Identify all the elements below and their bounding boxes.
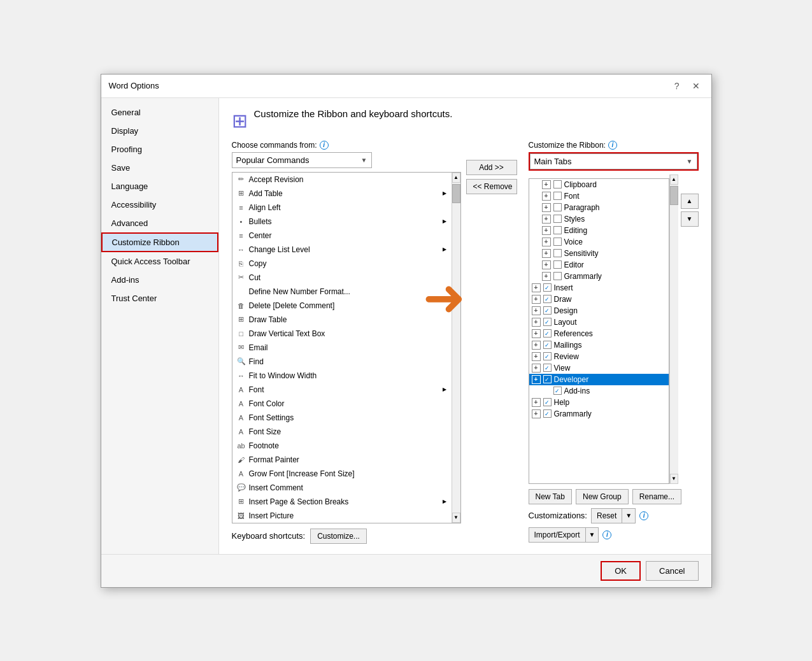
command-item[interactable]: abFootnote: [232, 439, 452, 453]
tree-checkbox[interactable]: ✓: [543, 409, 552, 418]
command-item[interactable]: ⊞Insert Page & Section Breaks: [232, 495, 452, 509]
command-item[interactable]: 🖼Insert Picture: [232, 509, 452, 523]
tree-checkbox[interactable]: ✓: [543, 341, 552, 349]
command-item[interactable]: AFont: [232, 383, 452, 397]
customizations-info-icon[interactable]: i: [639, 511, 648, 520]
rename-button[interactable]: Rename...: [632, 489, 681, 504]
ribbon-scroll-down[interactable]: ▼: [670, 474, 678, 484]
tree-checkbox[interactable]: ✓: [553, 387, 562, 395]
tree-checkbox[interactable]: [553, 226, 562, 234]
ribbon-tree-item[interactable]: +Clipboard: [529, 179, 669, 190]
command-item[interactable]: ↔Change List Level: [232, 243, 452, 257]
sidebar-item-save[interactable]: Save: [101, 159, 218, 177]
command-item[interactable]: 🔍Find: [232, 355, 452, 369]
close-button[interactable]: ✕: [688, 80, 704, 92]
command-item[interactable]: ↔Fit to Window Width: [232, 369, 452, 383]
remove-button[interactable]: << Remove: [466, 179, 517, 194]
ribbon-tree-item[interactable]: +✓Mailings: [529, 339, 669, 351]
command-item[interactable]: ⎘Copy: [232, 257, 452, 271]
command-item[interactable]: ≡Center: [232, 229, 452, 243]
ribbon-tree-item[interactable]: +Paragraph: [529, 202, 669, 213]
sidebar-item-add-ins[interactable]: Add-ins: [101, 271, 218, 289]
tree-checkbox[interactable]: ✓: [543, 318, 552, 326]
commands-scrollbar[interactable]: ▲ ▼: [452, 173, 460, 523]
command-item[interactable]: ✏Accept Revision: [232, 173, 452, 187]
ribbon-scroll-up[interactable]: ▲: [670, 174, 678, 185]
sidebar-item-proofing[interactable]: Proofing: [101, 140, 218, 159]
ribbon-tree-item[interactable]: +✓Draw: [529, 294, 669, 305]
ribbon-tree-item[interactable]: +✓References: [529, 328, 669, 339]
sidebar-item-trust-center[interactable]: Trust Center: [101, 289, 218, 308]
command-item[interactable]: AFont Settings: [232, 411, 452, 425]
add-button[interactable]: Add >>: [466, 160, 517, 175]
help-button[interactable]: ?: [671, 80, 683, 92]
command-item[interactable]: ⊞Draw Table: [232, 313, 452, 327]
command-item[interactable]: AFont Color: [232, 397, 452, 411]
command-item[interactable]: ≡Align Left: [232, 201, 452, 215]
commands-listbox[interactable]: ✏Accept Revision⊞Add Table≡Align Left•Bu…: [232, 172, 461, 523]
scroll-down-btn[interactable]: ▼: [452, 513, 460, 523]
tree-checkbox[interactable]: ✓: [543, 283, 552, 292]
commands-info-icon[interactable]: i: [320, 141, 329, 150]
command-item[interactable]: 💬Insert Comment: [232, 481, 452, 495]
ribbon-tree-item[interactable]: +Grammarly: [529, 271, 669, 282]
tree-checkbox[interactable]: ✓: [543, 295, 552, 303]
tree-checkbox[interactable]: [553, 260, 562, 269]
ribbon-tree-item[interactable]: +Styles: [529, 213, 669, 225]
ribbon-tree-item[interactable]: +Sensitivity: [529, 248, 669, 259]
tree-checkbox[interactable]: [553, 272, 562, 280]
commands-dropdown[interactable]: Popular Commands ▼: [232, 152, 372, 168]
sidebar-item-accessibility[interactable]: Accessibility: [101, 195, 218, 214]
ribbon-info-icon[interactable]: i: [608, 141, 617, 150]
sidebar-item-customize-ribbon[interactable]: Customize Ribbon: [101, 232, 218, 252]
sidebar-item-display[interactable]: Display: [101, 122, 218, 140]
ribbon-tree-item[interactable]: +Editing: [529, 225, 669, 236]
ribbon-tree-item[interactable]: +✓Developer: [529, 374, 669, 385]
sidebar-item-quick-access-toolbar[interactable]: Quick Access Toolbar: [101, 252, 218, 271]
ribbon-tree-item[interactable]: +✓View: [529, 362, 669, 374]
ribbon-tree[interactable]: +Clipboard+Font+Paragraph+Styles+Editing…: [529, 178, 669, 484]
ribbon-dropdown[interactable]: Main Tabs ▼: [530, 153, 697, 169]
command-item[interactable]: •Bullets: [232, 215, 452, 229]
scroll-thumb[interactable]: [452, 184, 460, 203]
ribbon-tree-item[interactable]: +Voice: [529, 236, 669, 248]
command-item[interactable]: ⊞Add Table: [232, 187, 452, 201]
ribbon-tree-item[interactable]: +✓Insert: [529, 282, 669, 294]
move-up-button[interactable]: ▲: [681, 194, 699, 209]
customize-keyboard-button[interactable]: Customize...: [310, 529, 367, 544]
ribbon-scrollbar[interactable]: ▲ ▼: [669, 174, 678, 484]
command-item[interactable]: □Draw Vertical Text Box: [232, 327, 452, 341]
ribbon-tree-item[interactable]: +✓Design: [529, 305, 669, 316]
move-down-button[interactable]: ▼: [681, 211, 699, 227]
tree-checkbox[interactable]: ✓: [543, 375, 552, 383]
import-export-info-icon[interactable]: i: [602, 530, 611, 539]
ribbon-tree-item[interactable]: +✓Grammarly: [529, 408, 669, 420]
cancel-button[interactable]: Cancel: [646, 561, 698, 581]
tree-checkbox[interactable]: [553, 192, 562, 200]
tree-checkbox[interactable]: [553, 180, 562, 188]
import-export-button[interactable]: Import/Export ▼: [529, 527, 599, 543]
command-item[interactable]: ✉Email: [232, 341, 452, 355]
scroll-up-btn[interactable]: ▲: [452, 173, 460, 183]
ribbon-tree-item[interactable]: +✓Help: [529, 397, 669, 408]
ribbon-tree-item[interactable]: +Font: [529, 190, 669, 202]
command-item[interactable]: 🖌Format Painter: [232, 453, 452, 467]
tree-checkbox[interactable]: ✓: [543, 364, 552, 372]
ribbon-tree-item[interactable]: ✓Add-ins: [529, 385, 669, 397]
command-item[interactable]: AFont Size: [232, 425, 452, 439]
tree-checkbox[interactable]: ✓: [543, 329, 552, 338]
tree-checkbox[interactable]: ✓: [543, 398, 552, 406]
sidebar-item-language[interactable]: Language: [101, 177, 218, 195]
tree-checkbox[interactable]: ✓: [543, 352, 552, 360]
ribbon-tree-item[interactable]: +Editor: [529, 259, 669, 271]
ribbon-tree-item[interactable]: +✓Layout: [529, 316, 669, 328]
command-item[interactable]: ✂Cut: [232, 271, 452, 285]
command-item[interactable]: AGrow Font [Increase Font Size]: [232, 467, 452, 481]
ribbon-scroll-thumb[interactable]: [670, 186, 678, 205]
command-item[interactable]: Define New Number Format...: [232, 285, 452, 299]
sidebar-item-general[interactable]: General: [101, 103, 218, 122]
reset-button[interactable]: Reset ▼: [591, 508, 636, 523]
new-group-button[interactable]: New Group: [576, 489, 629, 504]
new-tab-button[interactable]: New Tab: [529, 489, 572, 504]
tree-checkbox[interactable]: [553, 238, 562, 246]
